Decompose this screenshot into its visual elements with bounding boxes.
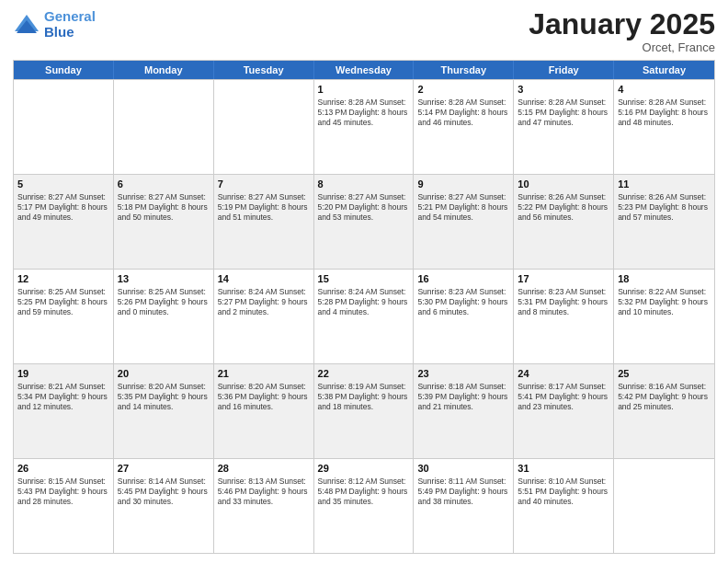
calendar-cell: 15Sunrise: 8:24 AM Sunset: 5:28 PM Dayli… <box>314 270 415 363</box>
cell-info: Sunrise: 8:28 AM Sunset: 5:16 PM Dayligh… <box>618 98 711 128</box>
cell-info: Sunrise: 8:27 AM Sunset: 5:17 PM Dayligh… <box>17 192 109 223</box>
logo-text: General Blue <box>44 9 96 40</box>
calendar-cell <box>214 80 314 174</box>
calendar-cell <box>14 80 114 174</box>
cell-date: 15 <box>318 272 410 286</box>
calendar-row-1: 5Sunrise: 8:27 AM Sunset: 5:17 PM Daylig… <box>14 174 714 269</box>
cell-info: Sunrise: 8:21 AM Sunset: 5:34 PM Dayligh… <box>17 382 109 412</box>
cell-info: Sunrise: 8:23 AM Sunset: 5:30 PM Dayligh… <box>417 287 509 317</box>
calendar-row-4: 26Sunrise: 8:15 AM Sunset: 5:43 PM Dayli… <box>14 458 714 553</box>
logo-icon <box>13 13 40 37</box>
calendar-cell: 1Sunrise: 8:28 AM Sunset: 5:13 PM Daylig… <box>314 80 415 174</box>
month-title: January 2025 <box>529 9 715 39</box>
day-header-friday: Friday <box>514 61 614 79</box>
calendar-cell: 7Sunrise: 8:27 AM Sunset: 5:19 PM Daylig… <box>214 175 314 269</box>
location: Orcet, France <box>529 40 715 54</box>
cell-info: Sunrise: 8:26 AM Sunset: 5:22 PM Dayligh… <box>518 192 609 223</box>
cell-info: Sunrise: 8:24 AM Sunset: 5:28 PM Dayligh… <box>318 287 410 317</box>
cell-date: 1 <box>318 83 410 97</box>
cell-info: Sunrise: 8:23 AM Sunset: 5:31 PM Dayligh… <box>518 287 609 317</box>
cell-info: Sunrise: 8:18 AM Sunset: 5:39 PM Dayligh… <box>417 382 509 412</box>
calendar-cell: 29Sunrise: 8:12 AM Sunset: 5:48 PM Dayli… <box>314 459 415 553</box>
calendar-cell: 31Sunrise: 8:10 AM Sunset: 5:51 PM Dayli… <box>514 459 614 553</box>
calendar-cell: 14Sunrise: 8:24 AM Sunset: 5:27 PM Dayli… <box>214 270 314 363</box>
calendar-cell: 5Sunrise: 8:27 AM Sunset: 5:17 PM Daylig… <box>14 175 114 269</box>
cell-date: 18 <box>618 272 711 286</box>
cell-info: Sunrise: 8:28 AM Sunset: 5:14 PM Dayligh… <box>417 98 509 128</box>
calendar-cell: 13Sunrise: 8:25 AM Sunset: 5:26 PM Dayli… <box>114 270 214 363</box>
calendar-cell: 10Sunrise: 8:26 AM Sunset: 5:22 PM Dayli… <box>514 175 614 269</box>
cell-date: 4 <box>618 83 711 97</box>
cell-date: 30 <box>417 462 509 476</box>
cell-info: Sunrise: 8:20 AM Sunset: 5:35 PM Dayligh… <box>118 382 210 412</box>
calendar-cell: 8Sunrise: 8:27 AM Sunset: 5:20 PM Daylig… <box>314 175 415 269</box>
cell-info: Sunrise: 8:22 AM Sunset: 5:32 PM Dayligh… <box>618 287 711 317</box>
cell-date: 19 <box>17 367 109 381</box>
cell-date: 2 <box>417 83 509 97</box>
cell-date: 23 <box>417 367 509 381</box>
cell-date: 31 <box>518 462 609 476</box>
calendar-cell: 2Sunrise: 8:28 AM Sunset: 5:14 PM Daylig… <box>414 80 514 174</box>
cell-info: Sunrise: 8:27 AM Sunset: 5:18 PM Dayligh… <box>118 192 210 223</box>
header: General Blue January 2025 Orcet, France <box>13 9 715 54</box>
cell-info: Sunrise: 8:11 AM Sunset: 5:49 PM Dayligh… <box>417 477 509 507</box>
cell-info: Sunrise: 8:28 AM Sunset: 5:13 PM Dayligh… <box>318 98 410 128</box>
cell-info: Sunrise: 8:27 AM Sunset: 5:19 PM Dayligh… <box>218 192 310 223</box>
cell-date: 17 <box>518 272 609 286</box>
calendar-header: SundayMondayTuesdayWednesdayThursdayFrid… <box>14 61 714 79</box>
calendar-body: 1Sunrise: 8:28 AM Sunset: 5:13 PM Daylig… <box>14 79 714 553</box>
title-block: January 2025 Orcet, France <box>529 9 715 54</box>
cell-date: 22 <box>318 367 410 381</box>
cell-date: 9 <box>417 178 509 191</box>
cell-info: Sunrise: 8:16 AM Sunset: 5:42 PM Dayligh… <box>618 382 711 412</box>
calendar-cell: 9Sunrise: 8:27 AM Sunset: 5:21 PM Daylig… <box>414 175 514 269</box>
day-header-saturday: Saturday <box>614 61 714 79</box>
calendar-cell: 22Sunrise: 8:19 AM Sunset: 5:38 PM Dayli… <box>314 364 415 458</box>
calendar-cell: 18Sunrise: 8:22 AM Sunset: 5:32 PM Dayli… <box>614 270 714 363</box>
calendar-cell: 27Sunrise: 8:14 AM Sunset: 5:45 PM Dayli… <box>114 459 214 553</box>
calendar-row-3: 19Sunrise: 8:21 AM Sunset: 5:34 PM Dayli… <box>14 363 714 458</box>
cell-date: 21 <box>218 367 310 381</box>
cell-info: Sunrise: 8:19 AM Sunset: 5:38 PM Dayligh… <box>318 382 410 412</box>
calendar-cell: 23Sunrise: 8:18 AM Sunset: 5:39 PM Dayli… <box>414 364 514 458</box>
calendar-cell: 26Sunrise: 8:15 AM Sunset: 5:43 PM Dayli… <box>14 459 114 553</box>
cell-date: 3 <box>518 83 609 97</box>
calendar-cell: 19Sunrise: 8:21 AM Sunset: 5:34 PM Dayli… <box>14 364 114 458</box>
calendar-cell: 6Sunrise: 8:27 AM Sunset: 5:18 PM Daylig… <box>114 175 214 269</box>
calendar-cell: 25Sunrise: 8:16 AM Sunset: 5:42 PM Dayli… <box>614 364 714 458</box>
cell-date: 25 <box>618 367 711 381</box>
cell-date: 20 <box>118 367 210 381</box>
cell-info: Sunrise: 8:14 AM Sunset: 5:45 PM Dayligh… <box>118 477 210 507</box>
cell-date: 11 <box>618 178 711 191</box>
cell-date: 6 <box>118 178 210 191</box>
cell-info: Sunrise: 8:12 AM Sunset: 5:48 PM Dayligh… <box>318 477 410 507</box>
day-header-tuesday: Tuesday <box>214 61 314 79</box>
cell-date: 29 <box>318 462 410 476</box>
calendar-cell: 16Sunrise: 8:23 AM Sunset: 5:30 PM Dayli… <box>414 270 514 363</box>
cell-info: Sunrise: 8:13 AM Sunset: 5:46 PM Dayligh… <box>218 477 310 507</box>
day-header-wednesday: Wednesday <box>314 61 415 79</box>
cell-date: 10 <box>518 178 609 191</box>
cell-date: 28 <box>218 462 310 476</box>
cell-info: Sunrise: 8:17 AM Sunset: 5:41 PM Dayligh… <box>518 382 609 412</box>
calendar-cell <box>614 459 714 553</box>
cell-info: Sunrise: 8:25 AM Sunset: 5:25 PM Dayligh… <box>17 287 109 317</box>
day-header-monday: Monday <box>114 61 214 79</box>
cell-date: 5 <box>17 178 109 191</box>
cell-info: Sunrise: 8:27 AM Sunset: 5:20 PM Dayligh… <box>318 192 410 223</box>
cell-info: Sunrise: 8:27 AM Sunset: 5:21 PM Dayligh… <box>417 192 509 223</box>
cell-info: Sunrise: 8:28 AM Sunset: 5:15 PM Dayligh… <box>518 98 609 128</box>
calendar-cell: 30Sunrise: 8:11 AM Sunset: 5:49 PM Dayli… <box>414 459 514 553</box>
cell-info: Sunrise: 8:10 AM Sunset: 5:51 PM Dayligh… <box>518 477 609 507</box>
calendar-cell: 24Sunrise: 8:17 AM Sunset: 5:41 PM Dayli… <box>514 364 614 458</box>
cell-date: 12 <box>17 272 109 286</box>
logo: General Blue <box>13 9 96 40</box>
cell-date: 26 <box>17 462 109 476</box>
cell-info: Sunrise: 8:25 AM Sunset: 5:26 PM Dayligh… <box>118 287 210 317</box>
cell-info: Sunrise: 8:26 AM Sunset: 5:23 PM Dayligh… <box>618 192 711 223</box>
calendar-cell: 11Sunrise: 8:26 AM Sunset: 5:23 PM Dayli… <box>614 175 714 269</box>
calendar-cell: 21Sunrise: 8:20 AM Sunset: 5:36 PM Dayli… <box>214 364 314 458</box>
cell-date: 8 <box>318 178 410 191</box>
cell-info: Sunrise: 8:15 AM Sunset: 5:43 PM Dayligh… <box>17 477 109 507</box>
calendar-cell: 17Sunrise: 8:23 AM Sunset: 5:31 PM Dayli… <box>514 270 614 363</box>
